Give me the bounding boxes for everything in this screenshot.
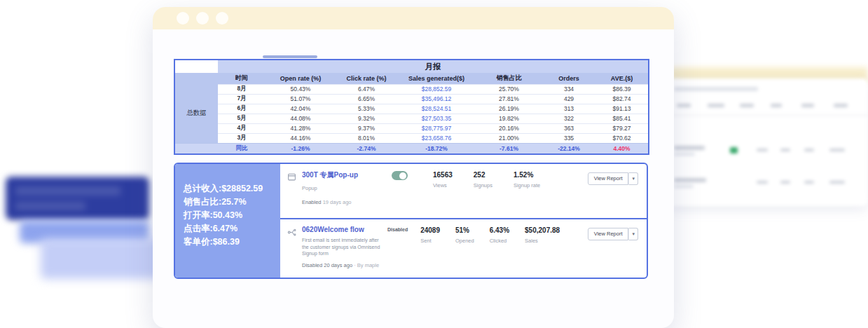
table-cell: 25.70%: [476, 84, 542, 94]
table-cell: $70.62: [595, 133, 649, 143]
table-cell: 42.04%: [266, 104, 336, 114]
view-report-dropdown-button[interactable]: ▾: [628, 172, 638, 185]
stat-label: Sent: [420, 238, 440, 244]
summary-line: 点击率:6.47%: [184, 222, 275, 235]
blur-detail: [757, 149, 768, 151]
stat-label: Opened: [455, 238, 474, 244]
table-row: 3月44.16%8.01%$23,658.7621.00%335$70.62: [174, 133, 649, 143]
blur-detail: [667, 115, 868, 116]
table-header-cell: 时间: [218, 73, 266, 84]
view-report-button[interactable]: View Report: [588, 228, 629, 240]
flow-icon: [287, 227, 296, 236]
table-cell: 26.19%: [476, 104, 542, 114]
summary-line: 销售占比:25.7%: [184, 196, 275, 209]
campaign-stat: 51%Opened: [455, 226, 474, 244]
screenshot-stage: 月报 时间Open rate (%)Click rate (%)Sales ge…: [0, 0, 868, 328]
table-cell: 44.16%: [266, 133, 336, 143]
view-report-button-group: View Report ▾: [588, 172, 638, 185]
blur-detail: [677, 104, 691, 107]
table-cell: $79.27: [595, 123, 649, 133]
blur-detail: [740, 104, 754, 107]
table-header-cell: AVE.($): [595, 73, 649, 84]
table-cell: 9.32%: [336, 114, 397, 123]
table-row: 5月44.08%9.32%$27,503.3519.82%322$85.41: [174, 114, 649, 123]
table-cell: 19.82%: [476, 114, 542, 123]
view-report-button[interactable]: View Report: [588, 172, 629, 185]
table-row: 7月51.07%6.65%$35,496.1227.81%429$82.74: [174, 94, 649, 104]
table-cell: 335: [542, 133, 595, 143]
table-cell: 8月: [218, 84, 266, 94]
table-header-row: 时间Open rate (%)Click rate (%)Sales gener…: [174, 73, 649, 84]
blur-detail: [708, 104, 724, 107]
table-row: 总数据8月50.43%6.47%$28,852.5925.70%334$86.3…: [174, 84, 649, 94]
window-control-dot[interactable]: [216, 12, 228, 25]
table-cell: $28,775.97: [397, 123, 476, 133]
table-cell: $23,658.76: [397, 133, 476, 143]
blur-detail: [804, 149, 814, 151]
blur-detail: [829, 149, 845, 151]
table-cell: $28,524.51: [397, 104, 476, 114]
comparison-corner: [174, 143, 218, 154]
comparison-row: 同比-1.26%-2.74%-18.72%-7.61%-22.14%4.40%: [174, 143, 649, 154]
table-cell: 6月: [218, 104, 266, 114]
campaign-status: Enabled: [302, 199, 322, 205]
table-header-cell: Open rate (%): [266, 73, 336, 84]
blur-detail: [829, 181, 845, 184]
toggle-knob: [399, 172, 406, 179]
campaign-title-link[interactable]: 300T 专属Pop-up: [302, 170, 392, 180]
table-cell: 7月: [218, 94, 266, 104]
blur-detail: [804, 181, 814, 184]
table-cell: 44.08%: [266, 114, 336, 123]
scrollbar-horizontal[interactable]: [263, 55, 317, 58]
campaign-stat: 1.52%Signup rate: [514, 171, 540, 189]
campaign-description: First email is sent immediately after th…: [302, 237, 380, 257]
table-cell: $27,503.35: [397, 114, 476, 123]
blur-detail: [780, 149, 790, 151]
blur-detail: [771, 104, 782, 107]
window-control-dot[interactable]: [196, 12, 209, 25]
stat-value: $50,207.88: [525, 226, 560, 234]
table-body: 总数据8月50.43%6.47%$28,852.5925.70%334$86.3…: [174, 84, 649, 143]
blur-detail: [674, 146, 705, 150]
table-cell: 313: [542, 104, 595, 114]
table-cell: 8.01%: [336, 133, 397, 143]
table-cell: $85.41: [595, 114, 649, 123]
campaign-status-detail: 19 days ago: [323, 199, 352, 205]
campaign-info: 0620Welcome flow First email is sent imm…: [302, 226, 385, 268]
table-cell: 27.81%: [476, 94, 542, 104]
table-header-cell: 销售占比: [476, 73, 542, 84]
stat-value: 51%: [455, 226, 474, 234]
campaign-status: Disabled 20 days ago: [302, 262, 352, 268]
table-group-label: 总数据: [174, 84, 218, 143]
table-cell: 9.37%: [336, 123, 397, 133]
table-cell: $35,496.12: [397, 94, 476, 104]
table-cell: 3月: [218, 133, 266, 143]
campaign-cards: 300T 专属Pop-up Popup Enabled 19 days ago …: [280, 164, 647, 278]
stat-label: Sales: [525, 238, 560, 244]
table-row: 6月42.04%5.33%$28,524.5126.19%313$91.13: [174, 104, 649, 114]
summary-panel: 总计收入:$28852.59销售占比:25.7%打开率:50.43%点击率:6.…: [175, 164, 280, 278]
stat-label: Signups: [474, 182, 492, 189]
campaign-type: Popup: [302, 185, 392, 191]
blur-detail: [674, 87, 758, 91]
comparison-cell: -22.14%: [542, 143, 595, 154]
table-header-cell: Orders: [542, 73, 595, 84]
table-cell: 363: [542, 123, 595, 133]
comparison-label: 同比: [218, 143, 266, 154]
campaign-status-line: Enabled 19 days ago: [302, 199, 392, 205]
view-report-dropdown-button[interactable]: ▾: [628, 228, 638, 240]
campaign-title-link[interactable]: 0620Welcome flow: [302, 226, 385, 233]
window-control-dot[interactable]: [177, 12, 189, 25]
table-header-cell: Sales generated($): [397, 73, 476, 84]
table-cell: $82.74: [595, 94, 649, 104]
table-cell: 322: [542, 114, 595, 123]
blur-detail: [834, 104, 848, 107]
table-cell: 6.65%: [336, 94, 397, 104]
table-cell: 5.33%: [336, 104, 397, 114]
campaign-card-flow: 0620Welcome flow First email is sent imm…: [280, 219, 647, 278]
campaign-toggle[interactable]: [392, 171, 408, 180]
popup-icon: [287, 172, 296, 181]
campaign-stats: 16563Views252Signups1.52%Signup rate: [433, 170, 540, 189]
campaign-status-by: · By maple: [354, 262, 379, 268]
stat-value: 252: [474, 171, 492, 179]
